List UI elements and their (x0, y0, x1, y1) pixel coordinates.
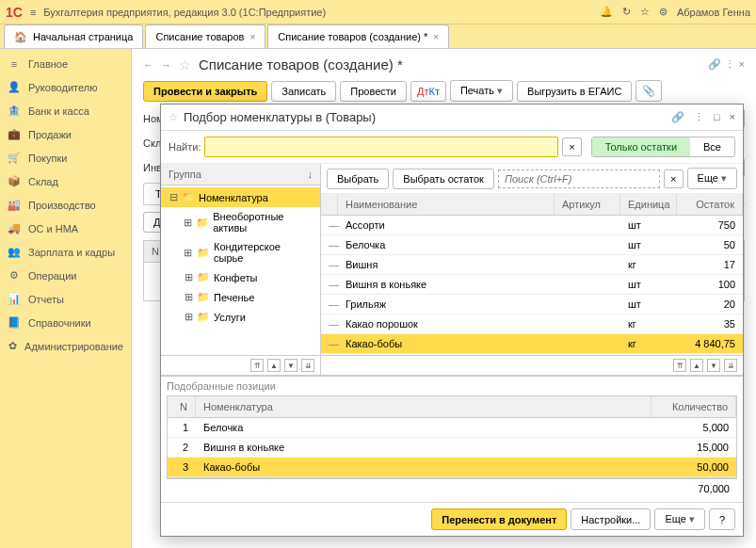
post-close-button[interactable]: Провести и закрыть (143, 81, 267, 102)
user-name[interactable]: Абрамов Генна (677, 7, 750, 18)
help-button[interactable]: ? (709, 508, 735, 530)
nav-back[interactable]: ← (143, 59, 153, 71)
picked-name: Белочка (196, 418, 651, 437)
tree-node[interactable]: ⊞📁Услуги (161, 307, 320, 327)
sort-icon[interactable]: ↓ (308, 169, 314, 180)
tree-label: Внеоборотные активы (213, 211, 313, 234)
list-row[interactable]: —Ассортишт750 (321, 216, 743, 235)
item-icon: — (321, 295, 338, 314)
sidebar-item-8[interactable]: 👥Зарплата и кадры (0, 240, 131, 264)
post-button[interactable]: Провести (340, 81, 407, 102)
picked-row[interactable]: 3Какао-бобы50,000 (168, 458, 736, 477)
sidebar-icon: ⚙ (8, 269, 21, 282)
kebab-icon[interactable]: ⋮ (725, 58, 735, 71)
expand-icon[interactable]: ⊞ (184, 247, 193, 259)
expand-icon[interactable]: ⊞ (184, 271, 193, 283)
link-icon[interactable]: 🔗 (708, 58, 721, 71)
transfer-button[interactable]: Перенести в документ (431, 508, 567, 530)
list-nav-last[interactable]: ⇊ (724, 359, 737, 372)
select-rest-button[interactable]: Выбрать остаток (393, 169, 494, 189)
sidebar-item-0[interactable]: ≡Главное (0, 53, 131, 75)
toggle-only-rest[interactable]: Только остатки (592, 137, 690, 156)
maximize-icon[interactable]: □ (714, 111, 720, 123)
tree-node[interactable]: ⊟📁Номенклатура (161, 187, 320, 207)
sidebar-item-7[interactable]: 🚚ОС и НМА (0, 217, 131, 240)
bell-icon[interactable]: 🔔 (600, 6, 613, 18)
expand-icon[interactable]: ⊟ (169, 191, 178, 203)
clear-search-button[interactable]: × (562, 137, 581, 156)
tree-nav-last[interactable]: ⇊ (301, 359, 314, 372)
close-icon[interactable]: × (249, 32, 255, 42)
col-picked-qty: Количество (651, 396, 736, 417)
picked-qty: 5,000 (651, 418, 736, 437)
favorite-star-icon[interactable]: ☆ (179, 57, 191, 73)
toggle-all[interactable]: Все (690, 137, 734, 156)
tree-node[interactable]: ⊞📁Кондитерское сырье (161, 237, 320, 267)
tab-write-off-1[interactable]: Списание товаров × (145, 24, 265, 48)
menu-icon[interactable]: ≡ (30, 7, 36, 18)
sidebar-item-1[interactable]: 👤Руководителю (0, 75, 131, 99)
picked-row[interactable]: 1Белочка5,000 (168, 418, 736, 438)
col-name[interactable]: Наименование (338, 194, 555, 215)
star-icon[interactable]: ☆ (640, 6, 650, 18)
list-row[interactable]: —Вишня в коньякешт100 (321, 275, 743, 295)
tree-nav-down[interactable]: ▼ (284, 359, 298, 372)
tab-home[interactable]: 🏠 Начальная страница (4, 24, 143, 48)
nav-fwd[interactable]: → (161, 59, 171, 71)
sidebar-item-5[interactable]: 📦Склад (0, 169, 131, 193)
tree-nav-first[interactable]: ⇈ (250, 359, 264, 372)
save-button[interactable]: Записать (271, 81, 336, 102)
expand-icon[interactable]: ⊞ (184, 217, 192, 229)
list-row[interactable]: —Какао-бобыкг4 840,75 (321, 334, 743, 354)
tree-node[interactable]: ⊞📁Внеоборотные активы (161, 207, 320, 237)
settings-icon[interactable]: ⊜ (659, 6, 668, 18)
close-icon[interactable]: × (730, 111, 735, 123)
page-title: Списание товаров (создание) * (199, 56, 403, 73)
history-icon[interactable]: ↻ (622, 6, 631, 18)
picked-row[interactable]: 2Вишня в коньяке15,000 (168, 438, 736, 458)
list-search-input[interactable] (498, 169, 660, 188)
sidebar-item-12[interactable]: ✿Администрирование (0, 334, 131, 358)
sidebar-item-6[interactable]: 🏭Производство (0, 193, 131, 217)
print-button[interactable]: Печать (450, 80, 513, 102)
col-article[interactable]: Артикул (555, 194, 620, 215)
sidebar-item-10[interactable]: 📊Отчеты (0, 287, 131, 311)
select-button[interactable]: Выбрать (327, 169, 389, 189)
tree-nav-up[interactable]: ▲ (267, 359, 281, 372)
sidebar-item-3[interactable]: 💼Продажи (0, 122, 131, 146)
clear-list-search[interactable]: × (664, 169, 683, 188)
list-row[interactable]: —Грильяжшт20 (321, 295, 743, 314)
tree-node[interactable]: ⊞📁Печенье (161, 287, 320, 307)
find-input[interactable] (204, 137, 558, 157)
more-button[interactable]: Еще (687, 168, 737, 189)
list-row[interactable]: —Какао порошоккг35 (321, 314, 743, 334)
item-name: Вишня в коньяке (338, 275, 555, 294)
list-nav-up[interactable]: ▲ (690, 359, 703, 372)
list-row[interactable]: —Белочкашт50 (321, 235, 743, 255)
pick-nomenclature-dialog: ☆ Подбор номенклатуры в (Товары) 🔗 ⋮ □ ×… (160, 104, 744, 537)
col-rest[interactable]: Остаток (677, 194, 743, 215)
sidebar-item-9[interactable]: ⚙Операции (0, 264, 131, 287)
kebab-icon[interactable]: ⋮ (694, 111, 704, 123)
list-nav-down[interactable]: ▼ (707, 359, 720, 372)
folder-icon: 📁 (196, 217, 209, 229)
export-egais-button[interactable]: Выгрузить в ЕГАИС (517, 81, 632, 102)
attachment-icon[interactable]: 📎 (635, 80, 662, 102)
col-unit[interactable]: Единица (620, 194, 677, 215)
sidebar-item-11[interactable]: 📘Справочники (0, 311, 131, 334)
list-nav-first[interactable]: ⇈ (673, 359, 686, 372)
dialog-star-icon[interactable]: ☆ (169, 111, 178, 123)
tab-write-off-2[interactable]: Списание товаров (создание) * × (267, 24, 449, 48)
expand-icon[interactable]: ⊞ (184, 311, 193, 323)
sidebar-item-4[interactable]: 🛒Покупки (0, 146, 131, 169)
settings-button[interactable]: Настройки... (571, 508, 651, 530)
tree-node[interactable]: ⊞📁Конфеты (161, 267, 320, 287)
list-row[interactable]: —Вишнякг17 (321, 255, 743, 275)
close-icon[interactable]: × (433, 32, 439, 42)
expand-icon[interactable]: ⊞ (184, 291, 193, 303)
close-icon[interactable]: × (739, 58, 745, 71)
link-icon[interactable]: 🔗 (671, 111, 684, 123)
dt-kt-icon[interactable]: ДтКт (410, 81, 446, 102)
sidebar-item-2[interactable]: 🏦Банк и касса (0, 99, 131, 122)
more-button-footer[interactable]: Еще (654, 508, 704, 530)
